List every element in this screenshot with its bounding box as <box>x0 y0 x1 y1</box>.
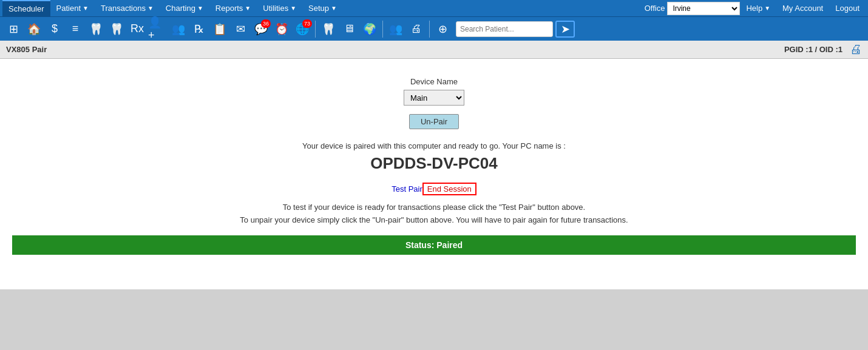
icon-bar: ⊞ 🏠 $ ≡ 🦷 🦷 Rx 👤+ 👥 ℞ 📋 ✉ 💬 36 ⏰ 🌐 73 🦷 … <box>0 16 868 41</box>
instruction-line2: To unpair your device simply click the "… <box>240 214 628 227</box>
print-icon[interactable]: 🖨 <box>407 19 426 39</box>
menu-patient[interactable]: Patient▼ <box>50 0 95 16</box>
pgid-info: PGID :1 / OID :1 <box>784 45 843 54</box>
billing-icon[interactable]: $ <box>45 19 64 39</box>
chat-badge: 36 <box>261 19 271 28</box>
menu-utilities[interactable]: Utilities▼ <box>257 0 302 16</box>
print-page-icon[interactable]: 🖨 <box>850 42 862 56</box>
menu-transactions[interactable]: Transactions▼ <box>95 0 160 16</box>
header-right: PGID :1 / OID :1 🖨 <box>784 42 862 56</box>
web-icon[interactable]: 🌐 73 <box>293 19 312 39</box>
search-go-button[interactable]: ➤ <box>555 21 575 38</box>
test-pair-link[interactable]: Test Pair <box>392 184 422 194</box>
notes-icon[interactable]: 📋 <box>210 19 229 39</box>
divider1 <box>315 21 316 38</box>
xray-icon[interactable]: 🦷 <box>107 19 126 39</box>
device-name-select[interactable]: Main <box>404 90 464 106</box>
web-badge: 73 <box>302 19 312 28</box>
search-area: ➤ <box>456 21 575 38</box>
divider3 <box>429 21 430 38</box>
ledger-icon[interactable]: ≡ <box>66 19 85 39</box>
rx-icon[interactable]: Rx <box>127 19 147 39</box>
tooth-icon[interactable]: 🦷 <box>86 19 106 39</box>
divider2 <box>382 21 383 38</box>
main-content: Device Name Main Un-Pair Your device is … <box>0 59 868 289</box>
page-title: VX805 Pair <box>6 45 47 54</box>
office-select[interactable]: Irvine <box>667 2 740 15</box>
home-icon[interactable]: 🏠 <box>24 19 44 39</box>
menu-scheduler[interactable]: Scheduler <box>2 0 50 16</box>
status-bar: Status: Paired <box>12 235 856 255</box>
menu-bar: Scheduler Patient▼ Transactions▼ Chartin… <box>0 0 868 16</box>
menu-logout[interactable]: Logout <box>829 0 866 16</box>
chat-icon[interactable]: 💬 36 <box>251 19 271 39</box>
search-input[interactable] <box>456 21 553 37</box>
menu-help[interactable]: Help▼ <box>740 0 776 16</box>
people-icon[interactable]: 👥 <box>386 19 405 39</box>
office-section: Office Irvine <box>645 2 741 15</box>
menu-my-account[interactable]: My Account <box>776 0 829 16</box>
clock-icon[interactable]: ⏰ <box>272 19 291 39</box>
menu-charting[interactable]: Charting▼ <box>160 0 209 16</box>
end-session-link[interactable]: End Session <box>422 183 476 195</box>
instructions: To test if your device is ready for tran… <box>240 201 628 227</box>
pc-name: OPDDS-DV-PC04 <box>370 154 498 173</box>
device-name-label: Device Name <box>410 77 458 86</box>
more-icon[interactable]: ⊕ <box>433 19 452 39</box>
unpair-button[interactable]: Un-Pair <box>409 114 459 129</box>
instruction-line1: To test if your device is ready for tran… <box>240 201 628 214</box>
patients-icon[interactable]: 👥 <box>169 19 188 39</box>
monitor-icon[interactable]: 🖥 <box>339 19 359 39</box>
schedule-icon[interactable]: ⊞ <box>4 19 23 39</box>
menu-reports[interactable]: Reports▼ <box>209 0 257 16</box>
device-name-section: Device Name Main <box>404 77 464 106</box>
action-links: Test PairEnd Session <box>392 183 476 195</box>
prescription-icon[interactable]: ℞ <box>189 19 209 39</box>
office-label: Office <box>645 4 665 13</box>
mail-icon[interactable]: ✉ <box>231 19 250 39</box>
paired-message: Your device is paired with this computer… <box>302 141 566 150</box>
tooth2-icon[interactable]: 🦷 <box>319 19 338 39</box>
menu-setup[interactable]: Setup▼ <box>302 0 343 16</box>
bottom-area <box>0 289 868 350</box>
page-header: VX805 Pair PGID :1 / OID :1 🖨 <box>0 41 868 59</box>
globe-icon[interactable]: 🌍 <box>360 19 379 39</box>
add-patient-icon[interactable]: 👤+ <box>148 19 168 39</box>
